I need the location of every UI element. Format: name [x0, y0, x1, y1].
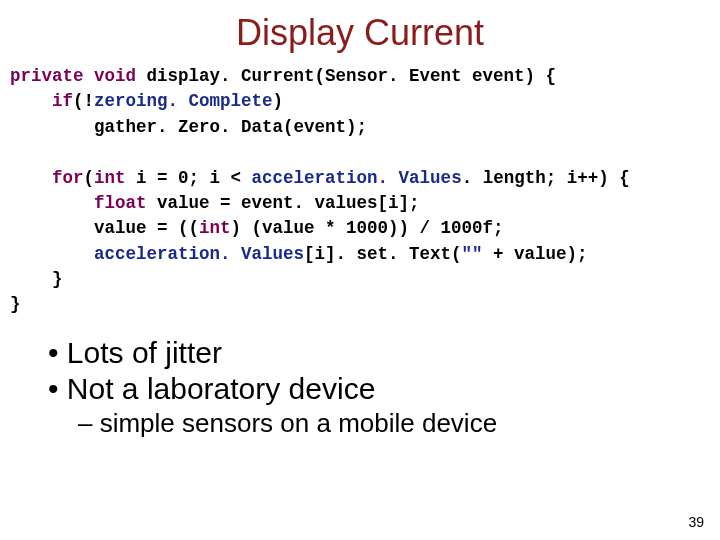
code-text: } — [10, 294, 21, 314]
code-text: value = (( — [94, 218, 199, 238]
code-text: gather. Zero. Data(event); — [10, 117, 367, 137]
code-block: private void display. Current(Sensor. Ev… — [10, 64, 700, 318]
code-text: ) — [273, 91, 284, 111]
bullet-item: Not a laboratory device — [48, 372, 700, 406]
slide-title: Display Current — [20, 12, 700, 54]
code-text: + value); — [483, 244, 588, 264]
kw-private: private — [10, 66, 84, 86]
code-text: } — [10, 269, 63, 289]
kw-int: int — [94, 168, 126, 188]
page-number: 39 — [688, 514, 704, 530]
bullet-item: Lots of jitter — [48, 336, 700, 370]
code-indent — [10, 244, 94, 264]
field-ref: acceleration. Values — [252, 168, 462, 188]
code-indent — [10, 168, 52, 188]
kw-float: float — [94, 193, 147, 213]
code-text: value = event. values[i]; — [147, 193, 420, 213]
slide: Display Current private void display. Cu… — [0, 0, 720, 540]
kw-if: if — [52, 91, 73, 111]
sub-bullet-item: simple sensors on a mobile device — [78, 408, 700, 439]
code-text: . length; i++) { — [462, 168, 630, 188]
kw-int: int — [199, 218, 231, 238]
code-indent — [10, 218, 94, 238]
field-ref: acceleration. Values — [94, 244, 304, 264]
field-ref: zeroing. Complete — [94, 91, 273, 111]
kw-for: for — [52, 168, 84, 188]
code-text: i = 0; i < — [126, 168, 252, 188]
string-literal: "" — [462, 244, 483, 264]
code-text: [i]. set. Text( — [304, 244, 462, 264]
code-indent — [10, 91, 52, 111]
code-text: display. Current(Sensor. Event event) { — [136, 66, 556, 86]
kw-void: void — [94, 66, 136, 86]
bullet-list: Lots of jitter Not a laboratory device s… — [20, 336, 700, 439]
code-text: ( — [84, 168, 95, 188]
code-indent — [10, 193, 94, 213]
code-text: ) (value * 1000)) / 1000f; — [231, 218, 504, 238]
code-text: (! — [73, 91, 94, 111]
